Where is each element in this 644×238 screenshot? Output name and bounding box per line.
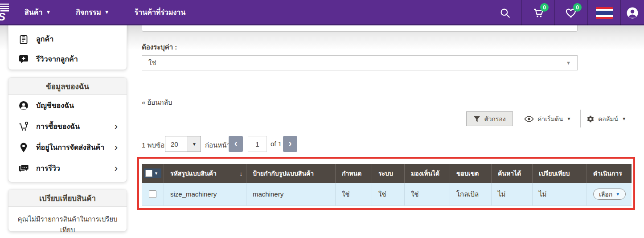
column-header-code[interactable]: รหัสรูปแบบสินค้า ↓ — [164, 164, 246, 183]
svg-text:S: S — [0, 11, 5, 23]
wishlist-count-badge: 0 — [573, 3, 582, 12]
sidebar-item-my-purchases[interactable]: การซื้อของฉัน › — [8, 116, 127, 137]
row-select-cell — [142, 183, 164, 205]
sidebar-item-customer-reviews[interactable]: รีวิวจากลูกค้า — [8, 49, 127, 69]
compare-empty-message: คุณไม่มีรายการสินค้าในการเปรียบเทียบ — [8, 207, 127, 238]
previous-page-label: ก่อนหน้า — [205, 140, 230, 151]
sidebar-compare-card: เปรียบเทียบสินค้า คุณไม่มีรายการสินค้าใน… — [8, 189, 127, 232]
default-view-label: ค่าเริ่มต้น — [537, 114, 563, 124]
eye-icon — [524, 115, 534, 123]
cell-comparable: ไม่ — [533, 183, 587, 205]
checkbox-icon — [145, 170, 152, 177]
table-row: size_machinery machinery ใช่ ใช่ ใช่ โกล… — [142, 183, 632, 206]
top-nav: S สินค้า ▼ กิจกรรม ▼ ร้านค้าที่ร่วมงาน — [0, 0, 644, 25]
next-page-button[interactable]: › — [283, 136, 297, 152]
chevron-down-icon: ▼ — [104, 9, 110, 15]
sidebar-item-my-account[interactable]: บัญชีของฉัน — [8, 95, 127, 116]
chevron-right-icon: › — [115, 121, 118, 132]
nav-actions: 0 0 — [488, 0, 644, 25]
nav-item-products[interactable]: สินค้า ▼ — [25, 0, 63, 25]
column-header-comparable[interactable]: เปรียบเทียบ — [533, 164, 587, 183]
column-header-searchable[interactable]: ค้นหาได้ — [492, 164, 533, 183]
chevron-down-icon: ▼ — [188, 136, 201, 152]
site-logo[interactable]: S — [0, 3, 12, 23]
chevron-right-icon: › — [289, 138, 292, 148]
wishlist-button[interactable]: 0 — [554, 0, 587, 25]
nav-item-label: ร้านค้าที่ร่วมงาน — [135, 7, 186, 18]
required-field-select[interactable]: ใช่ ▼ — [142, 55, 578, 70]
select-all-cell: ▼ — [142, 164, 164, 183]
back-link[interactable]: « ย้อนกลับ — [142, 97, 172, 108]
attributes-table: ▼ รหัสรูปแบบสินค้า ↓ ป้ายกำกับรูปแบบสินค… — [142, 164, 632, 206]
page: S สินค้า ▼ กิจกรรม ▼ ร้านค้าที่ร่วมงาน — [0, 0, 644, 238]
sidebar-item-label: ที่อยู่ในการจัดส่งสินค้า — [36, 142, 104, 153]
language-button[interactable] — [587, 0, 620, 25]
thai-flag-icon — [596, 7, 613, 19]
cart-count-badge: 0 — [540, 3, 549, 12]
user-icon — [18, 100, 29, 111]
search-button[interactable] — [488, 0, 521, 25]
column-header-scope[interactable]: ขอบเขต — [450, 164, 492, 183]
cart-plus-icon — [18, 121, 29, 132]
nav-item-activities[interactable]: กิจกรรม ▼ — [76, 0, 122, 25]
chat-icon — [18, 163, 29, 174]
row-checkbox[interactable] — [149, 190, 156, 198]
review-bubble-icon — [18, 54, 29, 65]
chevron-down-icon: ▼ — [45, 9, 51, 15]
previous-field-partial[interactable] — [142, 25, 578, 32]
location-pin-icon — [18, 142, 29, 153]
clipboard-icon — [18, 34, 29, 45]
sidebar-item-label: การซื้อของฉัน — [36, 121, 80, 132]
sidebar-item-shipping-address[interactable]: ที่อยู่ในการจัดส่งสินค้า › — [8, 137, 127, 158]
chevron-down-icon: ▼ — [152, 171, 160, 176]
required-field-label: ต้องระบุค่า : — [142, 42, 177, 53]
column-header-system[interactable]: ระบบ — [372, 164, 405, 183]
nav-menu: สินค้า ▼ กิจกรรม ▼ ร้านค้าที่ร่วมงาน — [25, 0, 210, 24]
per-page-select[interactable]: 20 ▼ — [165, 136, 201, 152]
page-count-label: of 1 — [271, 140, 282, 148]
filters-button[interactable]: ตัวกรอง — [466, 111, 513, 126]
nav-item-label: สินค้า — [25, 7, 42, 18]
filters-button-label: ตัวกรอง — [484, 114, 505, 124]
sidebar-item-label: บัญชีของฉัน — [36, 100, 74, 111]
gear-icon — [587, 115, 595, 123]
column-header-label[interactable]: ป้ายกำกับรูปแบบสินค้า — [246, 164, 336, 183]
account-button[interactable] — [620, 0, 644, 25]
nav-item-label: กิจกรรม — [76, 7, 101, 18]
cell-searchable: ไม่ — [492, 183, 533, 205]
account-icon — [626, 6, 639, 20]
previous-page-button[interactable]: ‹ — [229, 136, 243, 152]
chevron-down-icon: ▼ — [622, 116, 626, 121]
column-header-visible[interactable]: มองเห็นได้ — [405, 164, 450, 183]
chevron-left-icon: ‹ — [234, 138, 238, 148]
select-all-checkbox[interactable]: ▼ — [144, 168, 161, 178]
sidebar-item-label: รีวิวจากลูกค้า — [36, 53, 78, 65]
cell-scope: โกลเบิล — [450, 183, 492, 205]
cart-button[interactable]: 0 — [521, 0, 554, 25]
column-header-action[interactable]: ดำเนินการ — [587, 164, 632, 183]
cell-action: เลือก ▼ — [587, 183, 632, 205]
chevron-down-icon: ▼ — [615, 192, 620, 197]
sidebar-section-title: ข้อมูลของฉัน — [8, 78, 127, 95]
chevron-right-icon: › — [115, 163, 118, 174]
default-view-button[interactable]: ค่าเริ่มต้น ▼ — [524, 111, 571, 126]
cell-label: machinery — [246, 183, 336, 205]
sidebar-item-label: ลูกค้า — [36, 33, 53, 45]
sidebar-my-info-card: ข้อมูลของฉัน บัญชีของฉัน การซื้อข — [8, 77, 127, 182]
required-field-value: ใช่ — [148, 57, 156, 68]
cell-required: ใช่ — [336, 183, 372, 205]
sidebar-item-customers[interactable]: ลูกค้า — [8, 29, 127, 49]
column-header-label: รหัสรูปแบบสินค้า — [170, 168, 217, 178]
sidebar-item-reviews[interactable]: การรีวิว › — [8, 158, 127, 179]
table-header-row: ▼ รหัสรูปแบบสินค้า ↓ ป้ายกำกับรูปแบบสินค… — [142, 164, 632, 183]
per-page-value: 20 — [165, 136, 188, 152]
chevron-down-icon: ▼ — [566, 60, 571, 66]
row-select-action-button[interactable]: เลือก ▼ — [593, 189, 626, 200]
filter-funnel-icon — [473, 115, 480, 123]
nav-item-partner-stores[interactable]: ร้านค้าที่ร่วมงาน — [135, 0, 198, 25]
columns-button[interactable]: คอลัมน์ ▼ — [587, 111, 626, 126]
column-header-required[interactable]: กำหนด — [336, 164, 372, 183]
cell-system: ใช่ — [372, 183, 405, 205]
page-number-input[interactable] — [248, 136, 267, 152]
toolbar-divider — [580, 110, 581, 127]
